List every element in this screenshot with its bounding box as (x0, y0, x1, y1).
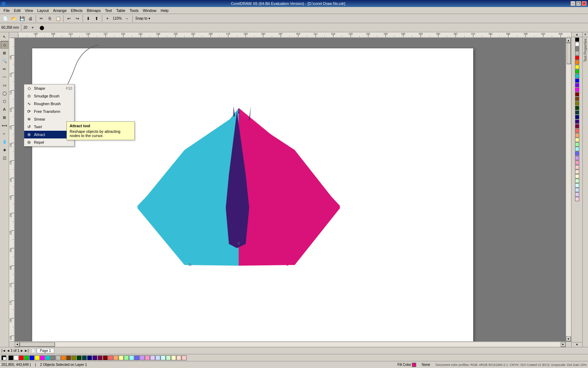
scroll-thumb-h[interactable] (20, 342, 55, 347)
bottom-color-swatch[interactable] (19, 355, 24, 360)
rect-tool[interactable]: ▭ (1, 81, 8, 89)
bottom-color-swatch[interactable] (134, 355, 139, 360)
palette-color-swatch[interactable] (575, 38, 579, 42)
bottom-color-swatch[interactable] (82, 355, 87, 360)
nib-mode[interactable]: ⬤ (38, 24, 46, 32)
new-button[interactable]: 📄 (1, 15, 9, 22)
palette-color-swatch[interactable] (575, 47, 579, 51)
bottom-color-swatch[interactable] (155, 355, 160, 360)
import-button[interactable]: ⬇ (84, 15, 92, 22)
text-props-collapse[interactable]: ✕ (583, 32, 588, 37)
connector-tool[interactable]: ⌐ (1, 130, 8, 137)
palette-color-swatch[interactable] (575, 51, 579, 55)
bottom-color-swatch[interactable] (66, 355, 71, 360)
palette-color-swatch[interactable] (575, 115, 579, 119)
palette-color-swatch[interactable] (575, 183, 579, 188)
save-button[interactable]: 💾 (18, 15, 26, 22)
menu-view[interactable]: View (23, 8, 35, 13)
page-tab-1[interactable]: Page 1 (37, 348, 54, 353)
bottom-color-swatch[interactable] (71, 355, 76, 360)
bottom-color-swatch[interactable] (98, 355, 103, 360)
palette-color-swatch[interactable] (575, 56, 579, 60)
palette-color-swatch[interactable] (575, 197, 579, 201)
polygon-tool[interactable]: ⬡ (1, 97, 8, 105)
menu-arrange[interactable]: Arrange (51, 8, 69, 13)
canvas-scroll[interactable]: ◇ Shape F10 ⊙ Smudge Brush ∿ Roughen Bru… (15, 38, 566, 341)
palette-color-swatch[interactable] (575, 151, 579, 156)
minimize-button[interactable]: ─ (570, 1, 575, 6)
fill-tool[interactable]: ◈ (1, 146, 8, 154)
bottom-color-swatch[interactable] (61, 355, 66, 360)
menu-help[interactable]: Help (159, 8, 171, 13)
bottom-color-swatch[interactable] (35, 355, 40, 360)
scroll-right-button[interactable]: ► (561, 342, 566, 347)
bottom-color-swatch[interactable] (56, 355, 61, 360)
parallel-dim-tool[interactable]: ⟺ (1, 122, 8, 129)
bottom-color-swatch[interactable] (140, 355, 145, 360)
paste-button[interactable]: 📋 (54, 15, 62, 22)
zoom-tool[interactable]: 🔍 (1, 57, 8, 65)
bottom-color-swatch[interactable] (145, 355, 150, 360)
page-next-button[interactable]: ► (20, 349, 23, 353)
bottom-color-swatch[interactable] (182, 355, 187, 360)
bottom-color-swatch[interactable] (161, 355, 166, 360)
v-scrollbar[interactable]: ▲ ▼ (566, 38, 571, 341)
zoom-in-button[interactable]: + (104, 15, 111, 22)
add-page-button[interactable]: 📄 (31, 349, 35, 353)
current-fill-swatch[interactable] (1, 355, 6, 360)
bottom-color-swatch[interactable] (108, 355, 113, 360)
menu-item-roughen[interactable]: ∿ Roughen Brush (24, 100, 74, 108)
nib-size-up[interactable]: + (29, 24, 36, 32)
palette-color-swatch[interactable] (575, 106, 579, 110)
palette-color-swatch[interactable] (575, 92, 579, 96)
transparency-tool[interactable]: ◫ (1, 154, 8, 162)
palette-color-swatch[interactable] (575, 192, 579, 197)
menu-table[interactable]: Table (114, 8, 127, 13)
text-tool[interactable]: A (1, 105, 8, 113)
open-button[interactable]: 📂 (10, 15, 18, 22)
cut-button[interactable]: ✂ (37, 15, 45, 22)
menu-edit[interactable]: Edit (12, 8, 23, 13)
menu-file[interactable]: File (1, 8, 12, 13)
export-button[interactable]: ⬆ (93, 15, 100, 22)
palette-scroll-down[interactable]: ▼ (572, 342, 582, 347)
palette-color-swatch[interactable] (575, 188, 579, 192)
palette-color-swatch[interactable] (575, 161, 579, 165)
palette-color-swatch[interactable] (575, 147, 579, 151)
page-prev-button[interactable]: ◄ (7, 349, 10, 353)
crop-tool[interactable]: ⊞ (1, 49, 8, 57)
bottom-color-swatch[interactable] (171, 355, 176, 360)
palette-color-swatch[interactable] (575, 69, 579, 74)
bottom-color-swatch[interactable] (150, 355, 155, 360)
undo-button[interactable]: ↩ (65, 15, 73, 22)
bottom-color-swatch[interactable] (113, 355, 118, 360)
select-tool[interactable]: ↖ (1, 33, 8, 41)
scroll-down-button[interactable]: ▼ (566, 336, 571, 341)
menu-item-smudge[interactable]: ⊙ Smudge Brush (24, 92, 74, 100)
menu-item-shape[interactable]: ◇ Shape F10 (24, 84, 74, 92)
copy-button[interactable]: ⎘ (46, 15, 54, 22)
bottom-color-swatch[interactable] (24, 355, 29, 360)
menu-item-freetransform[interactable]: ⟳ Free Transform (24, 108, 74, 115)
bottom-color-swatch[interactable] (14, 355, 19, 360)
menu-bitmaps[interactable]: Bitmaps (85, 8, 103, 13)
table-tool[interactable]: ⊞ (1, 114, 8, 121)
bottom-color-swatch[interactable] (166, 355, 171, 360)
h-scrollbar[interactable]: ◄ ► (15, 342, 566, 347)
bottom-color-swatch[interactable] (129, 355, 134, 360)
redo-button[interactable]: ↪ (74, 15, 81, 22)
palette-color-swatch[interactable] (575, 133, 579, 137)
palette-color-swatch[interactable] (575, 120, 579, 124)
scroll-thumb-v[interactable] (567, 43, 571, 64)
palette-color-swatch[interactable] (575, 83, 579, 87)
palette-color-swatch[interactable] (575, 124, 579, 128)
palette-color-swatch[interactable] (575, 170, 579, 174)
bottom-color-swatch[interactable] (77, 355, 82, 360)
bottom-color-swatch[interactable] (176, 355, 181, 360)
palette-color-swatch[interactable] (575, 74, 579, 78)
palette-color-swatch[interactable] (575, 129, 579, 133)
restore-button[interactable]: ❐ (576, 1, 581, 6)
palette-color-swatch[interactable] (575, 88, 579, 92)
palette-color-swatch[interactable] (575, 60, 579, 64)
bottom-color-swatch[interactable] (50, 355, 55, 360)
